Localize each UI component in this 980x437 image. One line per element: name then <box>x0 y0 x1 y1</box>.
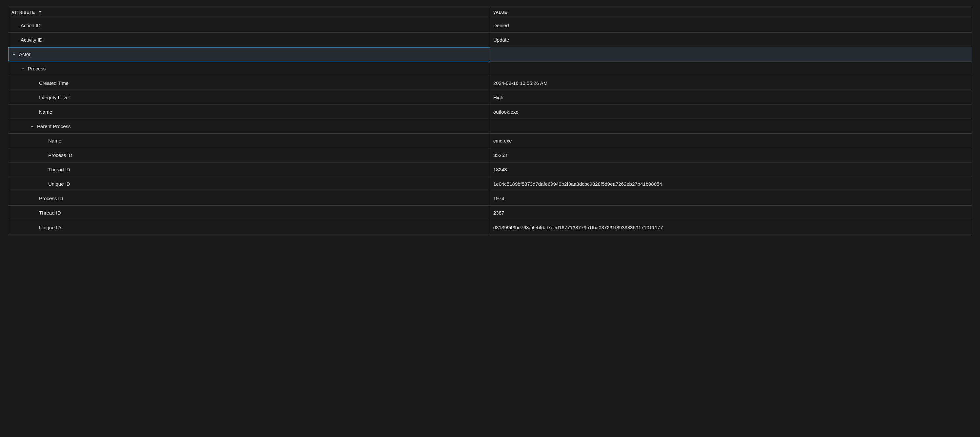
attribute-label: Activity ID <box>21 37 43 43</box>
table-row[interactable]: Action IDDenied <box>8 18 972 33</box>
attribute-cell[interactable]: Name <box>8 134 490 148</box>
table-row[interactable]: Created Time2024-08-16 10:55:26 AM <box>8 76 972 90</box>
attribute-cell[interactable]: Actor <box>8 47 490 61</box>
value-cell: High <box>490 90 972 104</box>
attribute-cell[interactable]: Parent Process <box>8 119 490 133</box>
value-cell: 2387 <box>490 206 972 220</box>
attribute-cell[interactable]: Unique ID <box>8 177 490 191</box>
table-row[interactable]: Parent Process <box>8 119 972 134</box>
table-row[interactable]: Thread ID2387 <box>8 206 972 220</box>
header-value[interactable]: VALUE <box>490 7 972 18</box>
attribute-cell[interactable]: Created Time <box>8 76 490 90</box>
value-label: 08139943be768a4ebf6af7eed1677138773b1fba… <box>493 225 663 230</box>
attribute-cell[interactable]: Action ID <box>8 18 490 32</box>
table-row[interactable]: Integrity LevelHigh <box>8 90 972 105</box>
value-cell <box>490 62 972 76</box>
attribute-label: Process <box>28 66 46 71</box>
header-attribute-label: ATTRIBUTE <box>11 10 35 15</box>
table-row[interactable]: Nameoutlook.exe <box>8 105 972 119</box>
attribute-cell[interactable]: Integrity Level <box>8 90 490 104</box>
table-row[interactable]: Activity IDUpdate <box>8 33 972 47</box>
attribute-label: Integrity Level <box>39 95 70 100</box>
attribute-label: Thread ID <box>48 167 70 172</box>
table-row[interactable]: Actor <box>8 47 972 62</box>
attribute-cell[interactable]: Process <box>8 62 490 76</box>
table-row[interactable]: Process ID35253 <box>8 148 972 163</box>
attribute-label: Name <box>48 138 61 144</box>
attribute-label: Unique ID <box>48 181 70 187</box>
table-header-row: ATTRIBUTE VALUE <box>8 7 972 18</box>
attribute-label: Created Time <box>39 80 68 86</box>
header-attribute[interactable]: ATTRIBUTE <box>8 7 490 18</box>
value-label: 35253 <box>493 152 507 158</box>
table-row[interactable]: Namecmd.exe <box>8 134 972 148</box>
value-label: High <box>493 95 503 100</box>
attribute-label: Process ID <box>39 196 63 201</box>
table-row[interactable]: Process ID1974 <box>8 191 972 206</box>
attribute-label: Actor <box>19 51 30 57</box>
value-cell <box>490 47 972 61</box>
table-row[interactable]: Unique ID1e04c5189bf5873d7dafe69940b2f3a… <box>8 177 972 191</box>
value-cell: 08139943be768a4ebf6af7eed1677138773b1fba… <box>490 220 972 234</box>
table-row[interactable]: Unique ID08139943be768a4ebf6af7eed167713… <box>8 220 972 234</box>
value-label: 18243 <box>493 167 507 172</box>
attribute-cell[interactable]: Process ID <box>8 191 490 206</box>
value-cell: Denied <box>490 18 972 32</box>
attribute-label: Parent Process <box>37 124 71 129</box>
value-label: cmd.exe <box>493 138 512 144</box>
value-cell: 2024-08-16 10:55:26 AM <box>490 76 972 90</box>
value-cell <box>490 119 972 133</box>
attribute-label: Name <box>39 109 52 115</box>
chevron-down-icon[interactable] <box>12 52 16 57</box>
attribute-cell[interactable]: Thread ID <box>8 206 490 220</box>
attribute-table: ATTRIBUTE VALUE Action IDDeniedActivity … <box>8 6 972 235</box>
value-label: Update <box>493 37 509 43</box>
value-label: outlook.exe <box>493 109 519 115</box>
value-label: 1974 <box>493 196 504 201</box>
table-row[interactable]: Process <box>8 62 972 76</box>
chevron-down-icon[interactable] <box>21 66 25 71</box>
attribute-label: Unique ID <box>39 225 61 230</box>
value-label: 2024-08-16 10:55:26 AM <box>493 80 547 86</box>
attribute-label: Thread ID <box>39 210 61 215</box>
table-row[interactable]: Thread ID18243 <box>8 163 972 177</box>
attribute-cell[interactable]: Thread ID <box>8 163 490 177</box>
value-cell: 1e04c5189bf5873d7dafe69940b2f3aa3dcbc982… <box>490 177 972 191</box>
sort-ascending-icon[interactable] <box>38 10 42 15</box>
value-cell: 18243 <box>490 163 972 177</box>
value-cell: 1974 <box>490 191 972 206</box>
value-label: 2387 <box>493 210 504 215</box>
attribute-label: Action ID <box>21 22 41 28</box>
value-cell: cmd.exe <box>490 134 972 148</box>
attribute-cell[interactable]: Process ID <box>8 148 490 162</box>
value-label: Denied <box>493 22 509 28</box>
value-cell: Update <box>490 33 972 47</box>
attribute-cell[interactable]: Name <box>8 105 490 119</box>
value-cell: outlook.exe <box>490 105 972 119</box>
table-body: Action IDDeniedActivity IDUpdateActorPro… <box>8 18 972 234</box>
attribute-cell[interactable]: Activity ID <box>8 33 490 47</box>
value-cell: 35253 <box>490 148 972 162</box>
attribute-cell[interactable]: Unique ID <box>8 220 490 234</box>
header-value-label: VALUE <box>493 10 507 15</box>
attribute-label: Process ID <box>48 152 72 158</box>
value-label: 1e04c5189bf5873d7dafe69940b2f3aa3dcbc982… <box>493 181 662 187</box>
chevron-down-icon[interactable] <box>30 124 35 129</box>
